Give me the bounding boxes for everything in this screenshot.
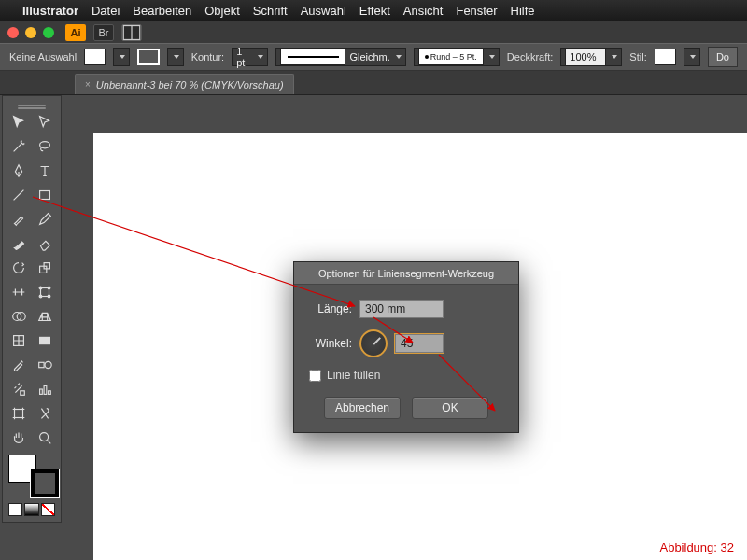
menu-ansicht[interactable]: Ansicht xyxy=(403,4,444,18)
rectangle-tool[interactable] xyxy=(33,184,57,206)
svg-rect-20 xyxy=(44,385,47,394)
window-titlebar: Ai Br xyxy=(0,21,747,43)
bridge-button[interactable]: Br xyxy=(93,24,114,41)
angle-input[interactable] xyxy=(395,334,444,353)
fill-swatch[interactable] xyxy=(84,49,106,65)
svg-point-23 xyxy=(40,433,49,441)
artboard-tool[interactable] xyxy=(7,402,31,425)
angle-dial[interactable] xyxy=(359,329,388,357)
stroke-weight-field[interactable]: 1 pt xyxy=(232,48,268,66)
close-tab-icon[interactable]: × xyxy=(85,79,91,90)
svg-rect-21 xyxy=(49,391,51,395)
line-segment-tool[interactable] xyxy=(7,184,31,206)
line-segment-options-dialog: Optionen für Liniensegment-Werkzeug Läng… xyxy=(293,261,519,433)
lasso-tool[interactable] xyxy=(33,135,57,158)
width-tool[interactable] xyxy=(7,281,31,303)
fill-stroke-control[interactable] xyxy=(8,455,59,497)
free-transform-tool[interactable] xyxy=(33,281,57,303)
menu-bearbeiten[interactable]: Bearbeiten xyxy=(133,4,191,18)
stroke-profile-dropdown[interactable]: Gleichm. xyxy=(275,48,405,66)
menu-datei[interactable]: Datei xyxy=(92,4,120,18)
color-mode-gradient[interactable] xyxy=(24,503,38,516)
style-dropdown[interactable] xyxy=(684,48,700,66)
app-badge: Ai xyxy=(65,24,86,41)
blob-brush-tool[interactable] xyxy=(7,232,31,255)
pen-tool[interactable] xyxy=(7,160,31,182)
hand-tool[interactable] xyxy=(7,427,31,449)
rotate-tool[interactable] xyxy=(7,257,31,279)
toolbox-panel xyxy=(2,95,62,523)
brush-dropdown[interactable]: Rund – 5 Pt. xyxy=(414,48,500,66)
svg-rect-19 xyxy=(40,389,43,394)
zoom-tool[interactable] xyxy=(33,427,57,449)
dialog-title: Optionen für Liniensegment-Werkzeug xyxy=(294,262,518,285)
color-mode-solid[interactable] xyxy=(8,503,22,516)
stil-label: Stil: xyxy=(629,51,646,63)
angle-label: Winkel: xyxy=(309,337,352,350)
document-tab[interactable]: × Unbenannt-3 bei 70 % (CMYK/Vorschau) xyxy=(75,74,294,94)
app-name[interactable]: Illustrator xyxy=(22,4,78,18)
svg-point-17 xyxy=(45,361,51,368)
svg-rect-5 xyxy=(40,266,47,273)
svg-point-9 xyxy=(48,287,50,289)
mesh-tool[interactable] xyxy=(7,329,31,352)
pencil-tool[interactable] xyxy=(33,208,57,231)
traffic-lights xyxy=(7,27,54,38)
selection-status: Keine Auswahl xyxy=(9,51,77,63)
length-input[interactable] xyxy=(359,300,444,318)
magic-wand-tool[interactable] xyxy=(7,135,31,158)
document-tabstrip: × Unbenannt-3 bei 70 % (CMYK/Vorschau) xyxy=(0,71,747,95)
menu-schrift[interactable]: Schrift xyxy=(253,4,288,18)
svg-rect-22 xyxy=(15,410,23,418)
menu-hilfe[interactable]: Hilfe xyxy=(511,4,535,18)
stroke-dropdown[interactable] xyxy=(167,48,184,66)
arrange-documents-button[interactable] xyxy=(121,24,142,41)
panel-grip[interactable] xyxy=(7,102,57,109)
style-swatch[interactable] xyxy=(655,49,676,65)
direct-selection-tool[interactable] xyxy=(33,111,57,133)
ok-button[interactable]: OK xyxy=(412,397,488,419)
symbol-sprayer-tool[interactable] xyxy=(7,378,31,400)
color-mode-row xyxy=(7,503,57,516)
menu-fenster[interactable]: Fenster xyxy=(456,4,497,18)
svg-line-3 xyxy=(14,190,24,201)
fill-dropdown[interactable] xyxy=(113,48,130,66)
eraser-tool[interactable] xyxy=(33,232,57,255)
minimize-window-button[interactable] xyxy=(25,27,36,38)
control-bar: Keine Auswahl Kontur: 1 pt Gleichm. Rund… xyxy=(0,43,747,71)
eyedropper-tool[interactable] xyxy=(7,354,31,376)
blend-tool[interactable] xyxy=(33,354,57,376)
type-tool[interactable] xyxy=(33,160,57,182)
selection-tool[interactable] xyxy=(7,111,31,133)
menu-effekt[interactable]: Effekt xyxy=(359,4,390,18)
scale-tool[interactable] xyxy=(33,257,57,279)
svg-rect-4 xyxy=(40,191,50,200)
perspective-grid-tool[interactable] xyxy=(33,305,57,328)
system-menubar: Illustrator Datei Bearbeiten Objekt Schr… xyxy=(0,0,747,21)
gradient-tool[interactable] xyxy=(33,329,57,352)
color-mode-none[interactable] xyxy=(41,503,55,516)
svg-point-11 xyxy=(48,295,50,298)
stroke-swatch[interactable] xyxy=(137,49,159,65)
cancel-button[interactable]: Abbrechen xyxy=(324,397,401,419)
paintbrush-tool[interactable] xyxy=(7,208,31,231)
length-label: Länge: xyxy=(309,302,352,315)
figure-caption: Abbildung: 32 xyxy=(659,540,734,554)
opacity-field[interactable] xyxy=(560,48,622,66)
document-tab-label: Unbenannt-3 bei 70 % (CMYK/Vorschau) xyxy=(96,79,284,91)
shape-builder-tool[interactable] xyxy=(7,305,31,328)
opacity-input[interactable] xyxy=(565,48,606,66)
slice-tool[interactable] xyxy=(33,402,57,425)
svg-point-10 xyxy=(39,295,42,298)
svg-rect-18 xyxy=(21,391,25,396)
stroke-box[interactable] xyxy=(31,469,59,497)
menu-objekt[interactable]: Objekt xyxy=(204,4,240,18)
svg-rect-15 xyxy=(40,337,50,343)
menu-auswahl[interactable]: Auswahl xyxy=(301,4,346,18)
svg-point-8 xyxy=(39,287,42,289)
zoom-window-button[interactable] xyxy=(43,27,54,38)
column-graph-tool[interactable] xyxy=(33,378,57,400)
fill-line-checkbox[interactable] xyxy=(309,370,321,382)
close-window-button[interactable] xyxy=(7,27,19,38)
document-setup-button[interactable]: Do xyxy=(708,47,738,67)
